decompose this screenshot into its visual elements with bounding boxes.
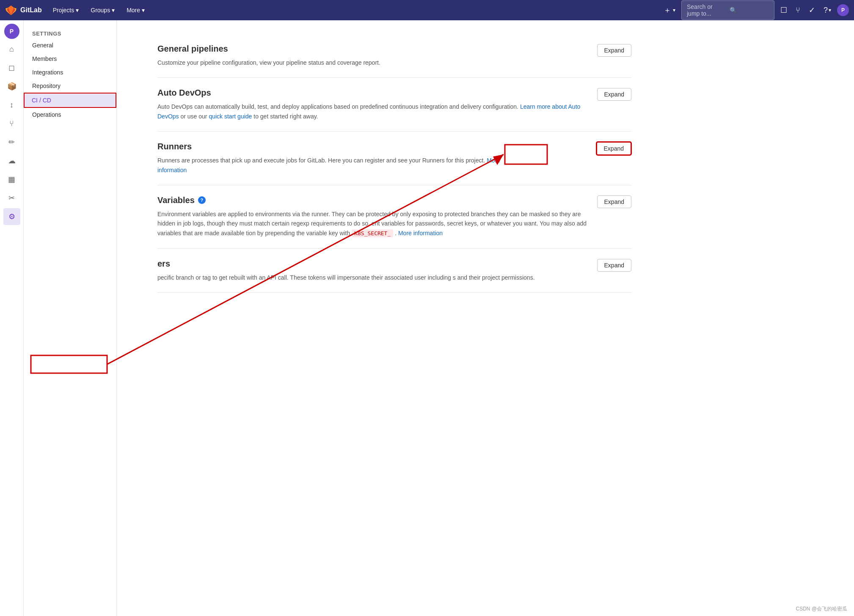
runners-title: Runners xyxy=(157,142,590,151)
sidebar-issues[interactable]: ◻ xyxy=(3,59,20,76)
icon-sidebar: P ⌂ ◻ 📦 ↕ ⑂ ✏ ☁ ▦ ✂ ⚙ xyxy=(0,20,24,616)
auto-devops-title: Auto DevOps xyxy=(157,88,590,98)
nav-groups[interactable]: Groups ▾ xyxy=(86,4,119,16)
user-avatar[interactable]: P xyxy=(837,4,849,16)
sidebar-boards[interactable]: ▦ xyxy=(3,171,20,188)
triggers-title: ers xyxy=(157,259,590,269)
sidebar-item-repository[interactable]: Repository xyxy=(24,79,116,93)
general-pipelines-title: General pipelines xyxy=(157,44,590,54)
auto-devops-expand[interactable]: Expand xyxy=(597,88,631,101)
top-navigation: GitLab Projects ▾ Groups ▾ More ▾ ＋▾ Sea… xyxy=(0,0,854,20)
content-area: Settings General Members Integrations Re… xyxy=(24,20,854,616)
variables-desc: Environment variables are applied to env… xyxy=(157,209,590,238)
quick-start-guide-link[interactable]: quick start guide xyxy=(209,113,252,120)
page-layout: P ⌂ ◻ 📦 ↕ ⑂ ✏ ☁ ▦ ✂ ⚙ Settings General M… xyxy=(0,20,854,616)
sidebar-mergerequests[interactable]: ⑂ xyxy=(3,115,20,132)
general-pipelines-expand[interactable]: Expand xyxy=(597,44,631,57)
sidebar-environments[interactable]: ☁ xyxy=(3,152,20,169)
settings-sidebar-header: Settings xyxy=(24,27,116,38)
variables-title: Variables ? xyxy=(157,195,590,205)
sidebar-snippets[interactable]: ✏ xyxy=(3,134,20,151)
search-bar[interactable]: Search or jump to... 🔍 xyxy=(681,0,774,20)
gitlab-logo[interactable]: GitLab xyxy=(5,4,42,16)
project-avatar[interactable]: P xyxy=(4,24,19,39)
settings-sidebar: Settings General Members Integrations Re… xyxy=(24,20,117,616)
variables-expand[interactable]: Expand xyxy=(597,195,631,208)
general-pipelines-desc: Customize your pipeline configuration, v… xyxy=(157,58,590,67)
page-footer: CSDN @会飞的哈密瓜 xyxy=(796,605,847,613)
nav-projects[interactable]: Projects ▾ xyxy=(49,4,83,16)
runners-desc: Runners are processes that pick up and e… xyxy=(157,156,590,175)
main-content: General pipelines Customize your pipelin… xyxy=(140,20,648,616)
sidebar-settings[interactable]: ⚙ xyxy=(3,208,20,225)
triggers-expand[interactable]: Expand xyxy=(597,259,631,272)
sidebar-item-cicd[interactable]: CI / CD xyxy=(24,93,116,108)
sidebar-home[interactable]: ⌂ xyxy=(3,41,20,58)
variables-more-info-link[interactable]: More information xyxy=(398,230,443,236)
todo-icon[interactable]: ☐ xyxy=(778,3,790,17)
auto-devops-section: Auto DevOps Auto DevOps can automaticall… xyxy=(157,78,631,132)
runners-section: Runners Runners are processes that pick … xyxy=(157,132,631,185)
sidebar-item-general[interactable]: General xyxy=(24,38,116,52)
triggers-desc: pecific branch or tag to get rebuilt wit… xyxy=(157,273,590,282)
triggers-body: ers pecific branch or tag to get rebuilt… xyxy=(157,259,590,282)
runners-more-info-link[interactable]: Moreinformation xyxy=(157,157,500,173)
sidebar-pipelines[interactable]: ↕ xyxy=(3,96,20,113)
sidebar-item-integrations[interactable]: Integrations xyxy=(24,66,116,79)
k8s-secret-code: K8S_SECRET_ xyxy=(352,229,393,237)
sidebar-item-members[interactable]: Members xyxy=(24,52,116,66)
sidebar-packages[interactable]: 📦 xyxy=(3,78,20,95)
issues-icon[interactable]: ✓ xyxy=(806,3,818,17)
runners-expand[interactable]: Expand xyxy=(596,142,631,155)
variables-help-icon[interactable]: ? xyxy=(198,196,206,204)
auto-devops-body: Auto DevOps Auto DevOps can automaticall… xyxy=(157,88,590,121)
new-item-button[interactable]: ＋▾ xyxy=(661,3,678,18)
sidebar-item-operations[interactable]: Operations xyxy=(24,108,116,121)
runners-body: Runners Runners are processes that pick … xyxy=(157,142,590,175)
nav-more[interactable]: More ▾ xyxy=(122,4,149,16)
sidebar-infrastructure[interactable]: ✂ xyxy=(3,190,20,206)
variables-body: Variables ? Environment variables are ap… xyxy=(157,195,590,238)
triggers-section: ers pecific branch or tag to get rebuilt… xyxy=(157,249,631,293)
general-pipelines-body: General pipelines Customize your pipelin… xyxy=(157,44,590,67)
auto-devops-desc: Auto DevOps can automatically build, tes… xyxy=(157,102,590,121)
help-menu[interactable]: ?▾ xyxy=(821,3,834,17)
merge-requests-icon[interactable]: ⑂ xyxy=(793,3,803,17)
general-pipelines-section: General pipelines Customize your pipelin… xyxy=(157,34,631,78)
variables-section: Variables ? Environment variables are ap… xyxy=(157,185,631,249)
